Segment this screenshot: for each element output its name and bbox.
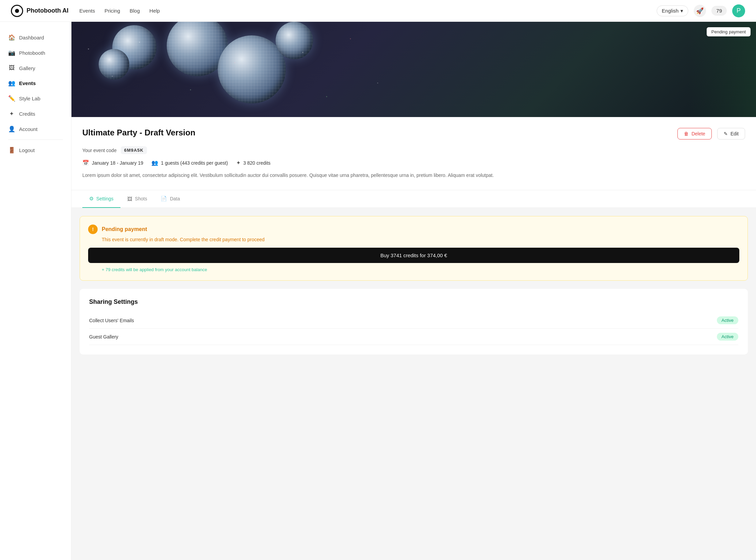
header-right: English ▾ 🚀 79 P bbox=[657, 4, 745, 17]
content-area: ! Pending payment This event is currentl… bbox=[71, 208, 756, 363]
credits-icon: ✦ bbox=[8, 110, 15, 117]
event-card: Ultimate Party - Draft Version 🗑 Delete … bbox=[71, 117, 756, 190]
event-hero: Pending payment bbox=[71, 22, 756, 117]
main-content: Pending payment Ultimate Party - Draft V… bbox=[71, 22, 756, 560]
event-card-header: Ultimate Party - Draft Version 🗑 Delete … bbox=[82, 128, 745, 139]
tabs-bar: ⚙ Settings 🖼 Shots 📄 Data bbox=[71, 190, 756, 208]
warning-icon: ! bbox=[88, 225, 98, 234]
event-description: Lorem ipsum dolor sit amet, consectetur … bbox=[82, 171, 745, 179]
language-selector[interactable]: English ▾ bbox=[657, 5, 688, 16]
sidebar-item-photobooth[interactable]: 📷 Photobooth bbox=[0, 45, 71, 61]
settings-tab-icon: ⚙ bbox=[89, 196, 94, 202]
events-icon: 👥 bbox=[8, 80, 15, 87]
chevron-down-icon: ▾ bbox=[680, 8, 683, 14]
trash-icon: 🗑 bbox=[684, 131, 689, 136]
sidebar-label-logout: Logout bbox=[19, 147, 35, 153]
tab-shots-label: Shots bbox=[135, 196, 147, 201]
tab-data-label: Data bbox=[170, 196, 180, 201]
sidebar-label-dashboard: Dashboard bbox=[19, 35, 44, 40]
header-left: Photobooth AI Events Pricing Blog Help bbox=[11, 5, 160, 17]
pending-payment-badge: Pending payment bbox=[707, 27, 751, 36]
logo[interactable]: Photobooth AI bbox=[11, 5, 68, 17]
sidebar-label-events: Events bbox=[19, 80, 36, 86]
sidebar-item-dashboard[interactable]: 🏠 Dashboard bbox=[0, 30, 71, 45]
logo-icon bbox=[11, 5, 23, 17]
credit-note: + 79 credits will be applied from your a… bbox=[102, 267, 739, 272]
sidebar: 🏠 Dashboard 📷 Photobooth 🖼 Gallery 👥 Eve… bbox=[0, 22, 71, 560]
sidebar-label-gallery: Gallery bbox=[19, 65, 35, 71]
sharing-label-gallery: Guest Gallery bbox=[89, 334, 118, 340]
calendar-icon: 📅 bbox=[82, 160, 89, 166]
sidebar-item-logout[interactable]: 🚪 Logout bbox=[0, 143, 71, 158]
nav-events[interactable]: Events bbox=[79, 8, 95, 14]
meta-date: 📅 January 18 - January 19 bbox=[82, 160, 143, 166]
pending-header: ! Pending payment bbox=[88, 225, 739, 234]
sidebar-item-account[interactable]: 👤 Account bbox=[0, 121, 71, 137]
tab-settings-label: Settings bbox=[96, 196, 114, 201]
sidebar-label-credits: Credits bbox=[19, 111, 35, 117]
language-label: English bbox=[662, 8, 678, 14]
delete-button[interactable]: 🗑 Delete bbox=[677, 128, 711, 139]
data-tab-icon: 📄 bbox=[161, 196, 167, 202]
rocket-button[interactable]: 🚀 bbox=[694, 5, 706, 17]
nav-pricing[interactable]: Pricing bbox=[104, 8, 120, 14]
edit-button[interactable]: ✎ Edit bbox=[717, 128, 745, 139]
meta-credits: ✦ 3 820 credits bbox=[236, 160, 270, 166]
sharing-row-gallery: Guest Gallery Active bbox=[89, 329, 738, 345]
gallery-icon: 🖼 bbox=[8, 65, 15, 71]
light-dots bbox=[71, 22, 756, 117]
meta-guests: 👥 1 guests (443 credits per guest) bbox=[151, 160, 228, 166]
disco-container bbox=[71, 22, 756, 117]
tab-settings[interactable]: ⚙ Settings bbox=[82, 190, 120, 208]
pending-title: Pending payment bbox=[102, 226, 147, 232]
sidebar-item-stylelab[interactable]: ✏️ Style Lab bbox=[0, 91, 71, 106]
logout-icon: 🚪 bbox=[8, 147, 15, 154]
event-code-row: Your event code 6M9A5K bbox=[82, 146, 745, 154]
logo-inner-circle bbox=[15, 9, 19, 13]
event-credits: 3 820 credits bbox=[243, 160, 270, 166]
camera-icon: 📷 bbox=[8, 49, 15, 56]
buy-credits-button[interactable]: Buy 3741 credits for 374,00 € bbox=[88, 248, 739, 263]
delete-label: Delete bbox=[691, 131, 705, 136]
pending-description: This event is currently in draft mode. C… bbox=[102, 237, 739, 242]
avatar[interactable]: P bbox=[732, 4, 745, 17]
event-code: 6M9A5K bbox=[121, 146, 147, 154]
layout: 🏠 Dashboard 📷 Photobooth 🖼 Gallery 👥 Eve… bbox=[0, 0, 756, 560]
tab-shots[interactable]: 🖼 Shots bbox=[120, 190, 154, 208]
guests-icon: 👥 bbox=[151, 160, 158, 166]
event-guests: 1 guests (443 credits per guest) bbox=[161, 160, 228, 166]
pending-payment-box: ! Pending payment This event is currentl… bbox=[80, 216, 748, 281]
sidebar-label-photobooth: Photobooth bbox=[19, 50, 45, 56]
event-code-label: Your event code bbox=[82, 148, 117, 153]
header: Photobooth AI Events Pricing Blog Help E… bbox=[0, 0, 756, 22]
home-icon: 🏠 bbox=[8, 34, 15, 41]
main-nav: Events Pricing Blog Help bbox=[79, 8, 160, 14]
sidebar-item-credits[interactable]: ✦ Credits bbox=[0, 106, 71, 121]
sidebar-label-account: Account bbox=[19, 126, 37, 132]
credits-badge: 79 bbox=[711, 6, 727, 16]
nav-blog[interactable]: Blog bbox=[130, 8, 140, 14]
event-date: January 18 - January 19 bbox=[92, 160, 143, 166]
event-title: Ultimate Party - Draft Version bbox=[82, 128, 195, 137]
edit-icon: ✎ bbox=[724, 131, 728, 136]
sidebar-item-gallery[interactable]: 🖼 Gallery bbox=[0, 61, 71, 76]
account-icon: 👤 bbox=[8, 126, 15, 133]
sharing-status-gallery: Active bbox=[717, 333, 738, 341]
sharing-label-emails: Collect Users' Emails bbox=[89, 318, 134, 323]
shots-tab-icon: 🖼 bbox=[127, 196, 132, 202]
sharing-status-emails: Active bbox=[717, 316, 738, 324]
edit-label: Edit bbox=[730, 131, 739, 136]
sparkles-icon: ✦ bbox=[236, 160, 241, 166]
tab-data[interactable]: 📄 Data bbox=[154, 190, 187, 208]
sidebar-label-stylelab: Style Lab bbox=[19, 96, 40, 101]
nav-help[interactable]: Help bbox=[149, 8, 160, 14]
sharing-row-emails: Collect Users' Emails Active bbox=[89, 312, 738, 329]
sharing-card: Sharing Settings Collect Users' Emails A… bbox=[80, 289, 748, 355]
sidebar-item-events[interactable]: 👥 Events bbox=[0, 76, 71, 91]
sharing-title: Sharing Settings bbox=[89, 298, 738, 306]
rocket-icon: 🚀 bbox=[696, 7, 704, 15]
logo-text: Photobooth AI bbox=[27, 7, 68, 14]
avatar-initial: P bbox=[737, 7, 741, 14]
stylelab-icon: ✏️ bbox=[8, 95, 15, 102]
event-actions: 🗑 Delete ✎ Edit bbox=[677, 128, 745, 139]
